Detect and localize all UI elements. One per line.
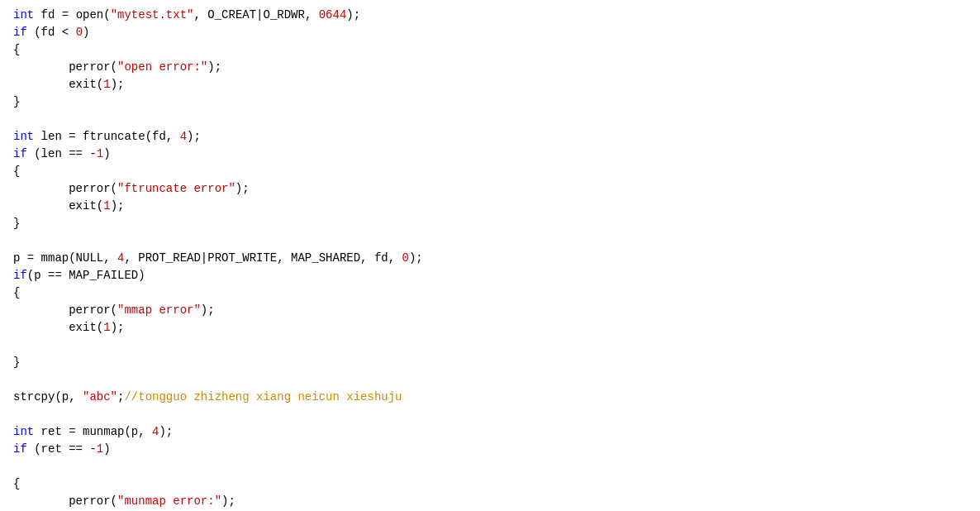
code-line: exit(1);	[0, 319, 980, 337]
code-line: perror("munmap error:");	[0, 493, 980, 510]
code-line: perror("open error:");	[0, 59, 980, 76]
code-line	[0, 458, 980, 475]
code-line: {	[0, 284, 980, 302]
code-line: if(p == MAP_FAILED)	[0, 267, 980, 284]
code-line: {	[0, 475, 980, 493]
code-container: int fd = open("mytest.txt", O_CREAT|O_RD…	[0, 0, 980, 511]
code-line: exit(1);	[0, 198, 980, 215]
code-line: p = mmap(NULL, 4, PROT_READ|PROT_WRITE, …	[0, 250, 980, 267]
code-line: if (len == -1)	[0, 146, 980, 163]
code-line: {	[0, 163, 980, 180]
code-line: int len = ftruncate(fd, 4);	[0, 128, 980, 146]
code-line: }	[0, 215, 980, 232]
code-line	[0, 406, 980, 423]
code-line	[0, 371, 980, 389]
code-line: if (fd < 0)	[0, 24, 980, 41]
code-line: int ret = munmap(p, 4);	[0, 423, 980, 441]
code-line: }	[0, 93, 980, 111]
code-line: strcpy(p, "abc";//tongguo zhizheng xiang…	[0, 389, 980, 406]
code-line: exit(1);	[0, 76, 980, 93]
code-line: perror("mmap error");	[0, 302, 980, 319]
code-line: perror("ftruncate error");	[0, 180, 980, 198]
code-line: if (ret == -1)	[0, 441, 980, 458]
code-line	[0, 111, 980, 128]
code-line: int fd = open("mytest.txt", O_CREAT|O_RD…	[0, 7, 980, 24]
code-block: int fd = open("mytest.txt", O_CREAT|O_RD…	[0, 7, 980, 511]
code-line	[0, 337, 980, 354]
code-line: {	[0, 41, 980, 59]
code-line	[0, 232, 980, 250]
code-line: }	[0, 354, 980, 371]
